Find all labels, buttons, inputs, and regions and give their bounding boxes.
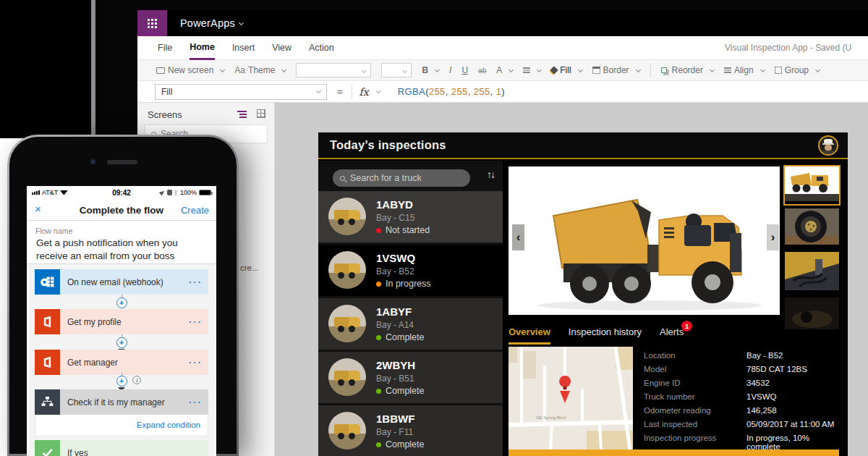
screen-list-item-truncated[interactable]: cre... — [240, 263, 259, 272]
truck-id: 1ABYD — [376, 198, 413, 211]
inspection-title: Today’s inspections — [330, 138, 446, 152]
profile-avatar[interactable] — [818, 135, 838, 156]
align-objects-button[interactable]: Align — [724, 65, 765, 75]
info-icon: i — [132, 376, 141, 384]
add-step-button[interactable]: + — [116, 297, 127, 308]
status-dot — [376, 335, 381, 340]
fx-button[interactable]: fx — [352, 84, 388, 100]
menu-file[interactable]: File — [158, 37, 172, 59]
align-text-button[interactable] — [523, 67, 541, 73]
underline-button[interactable]: U — [461, 65, 468, 75]
truck-id: 2WBYH — [376, 359, 415, 371]
menu-insert[interactable]: Insert — [232, 37, 255, 59]
laptop-edge — [91, 0, 95, 138]
font-color-button[interactable]: A — [496, 65, 513, 75]
thumbnail-tire[interactable] — [785, 208, 839, 248]
new-screen-button[interactable]: New screen — [156, 65, 224, 75]
truck-list-item[interactable]: 1BBWF Bay - F11 Complete — [318, 405, 503, 456]
strikethrough-button[interactable]: ab — [478, 67, 486, 75]
avatar-face — [825, 145, 832, 151]
overflow-menu-icon[interactable]: ··· — [189, 316, 203, 327]
detail-value: 146,258 — [746, 406, 777, 415]
chevron-right-icon: › — [771, 230, 775, 245]
office-icon — [35, 350, 60, 375]
flow-step-condition[interactable]: Check if it is my manager ··· — [35, 389, 208, 415]
flow-step-if-yes[interactable]: If yes — [35, 440, 208, 456]
detail-label: Location — [644, 351, 675, 360]
menu-action[interactable]: Action — [309, 37, 334, 59]
truck-list-item[interactable]: 2WBYH Bay - B51 Complete — [318, 352, 503, 403]
truck-status: Complete — [386, 439, 425, 449]
border-icon — [592, 67, 600, 74]
status-dot — [376, 282, 381, 287]
flow-step-get-my-profile[interactable]: Get my profile ··· — [35, 309, 208, 334]
align-lines-icon — [523, 67, 530, 69]
truck-search-input[interactable]: Search for a truck — [333, 169, 470, 187]
chevron-left-icon: ‹ — [516, 230, 521, 245]
action-button-partial[interactable] — [509, 449, 839, 456]
detail-value: In progress, 10% complete — [746, 434, 843, 451]
screenshot-stage: PowerApps File Home Insert View Action V… — [0, 0, 868, 456]
font-family-select[interactable] — [296, 63, 371, 77]
flow-step-on-new-email[interactable]: On new email (webhook) ··· — [35, 269, 208, 295]
truck-bay: Bay - F11 — [376, 427, 413, 437]
condition-icon — [35, 389, 60, 415]
office-waffle-button[interactable] — [137, 10, 167, 36]
check-icon — [35, 440, 60, 456]
front-camera — [90, 159, 95, 164]
thumbnail-detail[interactable] — [785, 297, 839, 332]
expand-condition-link[interactable]: Expand condition — [137, 421, 200, 429]
list-view-icon[interactable] — [239, 111, 247, 112]
truck-list-item-selected[interactable]: 1VSWQ Bay - B52 In progress — [318, 245, 503, 296]
detail-label: Truck number — [644, 392, 695, 401]
battery-percent: 100% — [180, 189, 197, 196]
tab-alerts[interactable]: Alerts1 — [660, 326, 684, 345]
menu-view[interactable]: View — [272, 37, 292, 59]
truck-list-item[interactable]: 1ABYF Bay - A14 Complete — [318, 298, 503, 350]
border-button[interactable]: Border — [592, 65, 640, 75]
group-button[interactable]: Group — [775, 65, 820, 75]
reorder-button[interactable]: Reorder — [661, 65, 714, 75]
truck-list-item[interactable]: 1ABYD Bay - C15 Not started — [318, 191, 503, 242]
flow-name-field[interactable]: Get a push notification when you receive… — [36, 237, 208, 262]
detail-label: Odometer reading — [644, 406, 711, 415]
truck-bay: Bay - A14 — [376, 320, 414, 330]
overflow-menu-icon[interactable]: ··· — [189, 276, 203, 287]
overflow-menu-icon[interactable]: ··· — [189, 357, 203, 368]
font-size-select[interactable] — [381, 63, 412, 77]
toolbar-divider — [650, 63, 651, 77]
property-select[interactable]: Fill — [155, 84, 327, 100]
theme-button[interactable]: AaTheme — [234, 65, 286, 75]
fill-button[interactable]: Fill — [551, 65, 582, 75]
overflow-menu-icon[interactable]: ··· — [189, 397, 203, 408]
step-label: On new email (webhook) — [67, 277, 189, 287]
menu-home[interactable]: Home — [190, 36, 215, 60]
laptop-bezel — [0, 0, 96, 138]
next-photo-button[interactable]: › — [767, 224, 779, 250]
italic-button[interactable]: I — [449, 65, 451, 75]
flow-nav-bar: × Complete the flow Create — [27, 199, 216, 221]
detail-tabs: Overview Inspection history Alerts1 — [509, 326, 684, 345]
create-button[interactable]: Create — [181, 205, 209, 216]
step-label: Get my profile — [67, 317, 189, 327]
toolbar: New screen AaTheme B I U ab A Fill Borde… — [137, 60, 868, 81]
screens-panel-title: Screens — [148, 109, 182, 120]
flow-step-get-manager[interactable]: Get manager ··· — [35, 350, 208, 375]
phone-device: AT&T 09:42 ᛒ 100% × Complete the flow Cr… — [7, 135, 239, 456]
grid-view-icon[interactable] — [257, 109, 265, 118]
bold-button[interactable]: B — [422, 65, 439, 75]
powerapps-window: PowerApps File Home Insert View Action V… — [137, 10, 868, 456]
previous-photo-button[interactable]: ‹ — [512, 224, 524, 250]
add-step-button[interactable]: + — [116, 337, 127, 348]
tab-inspection-history[interactable]: Inspection history — [569, 326, 642, 345]
sort-icon[interactable]: ↑↓ — [487, 169, 494, 180]
add-step-button[interactable]: + — [116, 376, 127, 387]
chevron-down-icon[interactable] — [239, 20, 244, 25]
tab-overview[interactable]: Overview — [509, 326, 550, 345]
thumbnail-truck-selected[interactable] — [785, 166, 839, 204]
paint-bucket-icon — [550, 66, 558, 74]
detail-label: Last inspected — [644, 420, 697, 428]
thumbnail-hydraulics[interactable] — [785, 252, 839, 293]
formula-input[interactable]: RGBA(255, 255, 255, 1) — [398, 86, 505, 97]
detail-value: 34532 — [746, 379, 770, 387]
